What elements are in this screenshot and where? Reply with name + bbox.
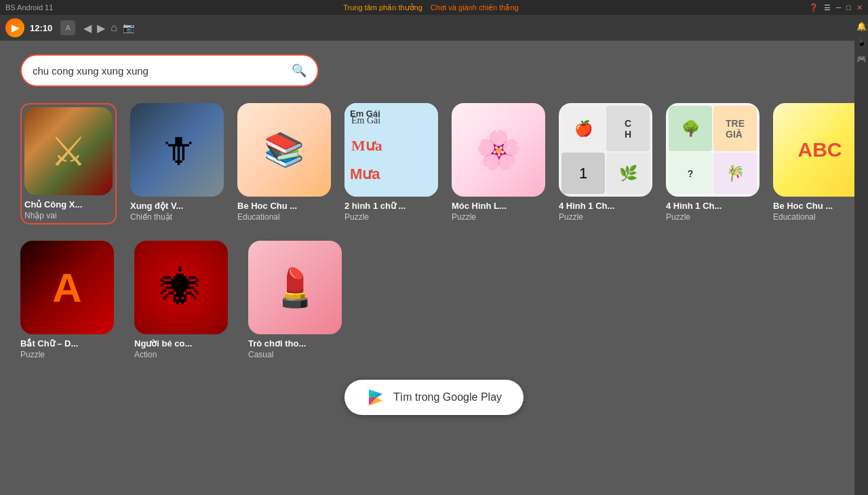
app-name-bat-chu: Bắt Chữ – D... (20, 338, 78, 349)
close-icon[interactable]: ✕ (856, 3, 863, 12)
app-item-moc-hinh[interactable]: Móc Hình L... Puzzle (452, 103, 545, 222)
menu-icon[interactable]: ☰ (824, 3, 831, 12)
app-icon-tro-choi (248, 241, 342, 334)
app-icon-moc-hinh (452, 103, 545, 197)
em-gai-bottom-text: Mưa (350, 165, 380, 183)
google-play-button[interactable]: Tìm trong Google Play (344, 380, 524, 415)
google-play-label: Tìm trong Google Play (393, 391, 502, 403)
app-name-nguoi-be: Người bé co... (134, 338, 192, 349)
google-play-logo-icon (366, 388, 385, 407)
system-bar: BS Android 11 Trung tâm phần thưởng Chơi… (0, 0, 868, 15)
panel-icon-4[interactable]: 🎮 (856, 54, 867, 65)
app-name-tro-choi: Trò chơi tho... (248, 338, 306, 349)
system-bar-right: ❓ ☰ ─ □ ✕ (809, 3, 863, 12)
app-item-nguoi-be[interactable]: Người bé co... Action (134, 241, 235, 359)
app-grid: Chủ Công X... Nhập vai Xung đột V... Chi… (20, 103, 848, 359)
app-category-chu-cong: Nhập vai (24, 211, 57, 220)
app-icon-2hinh: Em Gái Mưa (344, 103, 438, 197)
app-category-moc-hinh: Puzzle (452, 212, 476, 222)
app-name-moc-hinh: Móc Hình L... (452, 201, 507, 211)
app-item-4hinh1b[interactable]: 🌳 TREGIÀ ? 🎋 4 Hình 1 Ch... Puzzle (666, 103, 760, 222)
em-gai-top-text: Em Gái (350, 108, 380, 119)
app-item-4hinh1[interactable]: 🍎 CH 1 🌿 4 Hình 1 Ch... Puzzle (559, 103, 652, 222)
right-panel: ⚙ 🔔 📱 🎮 (854, 0, 868, 495)
app-name-chu-cong: Chủ Công X... (24, 199, 82, 210)
app-item-be-hoc-chu-2[interactable]: Be Hoc Chu ... Educational (773, 103, 867, 222)
forward-icon[interactable]: ▶ (97, 22, 105, 35)
back-icon[interactable]: ◀ (83, 22, 92, 35)
app-name-2hinh: 2 hình 1 chữ ... (344, 201, 406, 211)
app-item-be-hoc-chu-1[interactable]: 📚 Be Hoc Chu ... Educational (237, 103, 331, 222)
search-container: 🔍 (20, 54, 848, 87)
app-name-xung-dot: Xung đột V... (130, 201, 183, 211)
app-name-be-hoc-chu-1: Be Hoc Chu ... (237, 201, 297, 211)
minimize-icon[interactable]: ─ (836, 3, 842, 12)
search-input[interactable] (33, 65, 286, 77)
app-icon-xung-dot (130, 103, 224, 197)
app-category-xung-dot: Chiến thuật (130, 212, 172, 222)
app-item-xung-dot[interactable]: Xung đột V... Chiến thuật (130, 103, 224, 222)
app-category-4hinh1: Puzzle (559, 212, 583, 222)
app-icon-4hinh1: 🍎 CH 1 🌿 (559, 103, 652, 197)
app-icon-chu-cong (24, 107, 113, 195)
app-icon-be-hoc-chu-2 (773, 103, 867, 197)
app-category-be-hoc-chu-2: Educational (773, 212, 816, 222)
app-name-label: BS Android 11 (5, 3, 53, 12)
system-bar-center: Trung tâm phần thưởng Chơi và giành chiế… (343, 3, 518, 12)
app-category-nguoi-be: Action (134, 350, 157, 359)
app-item-2hinh[interactable]: Em Gái Mưa 2 hình 1 chữ ... Puzzle (344, 103, 438, 222)
app-icon-be-hoc-chu-1: 📚 (237, 103, 331, 197)
app-icon-bat-chu (20, 241, 114, 334)
app-category-be-hoc-chu-1: Educational (237, 212, 280, 222)
app-row-2: Bắt Chữ – D... Puzzle Người bé co... Act… (20, 241, 848, 359)
reward-center-label: Trung tâm phần thưởng (343, 3, 422, 12)
app-category-bat-chu: Puzzle (20, 350, 45, 359)
app-row-1: Chủ Công X... Nhập vai Xung đột V... Chi… (20, 103, 848, 224)
app-logo: ▶ (5, 18, 24, 37)
main-content: 🔍 Chủ Công X... Nhập vai Xung đột V... C… (0, 41, 868, 495)
panel-icon-2[interactable]: 🔔 (856, 22, 867, 33)
app-item-tro-choi[interactable]: Trò chơi tho... Casual (248, 241, 349, 359)
app-name-4hinh1: 4 Hình 1 Ch... (559, 201, 614, 211)
app-category-4hinh1b: Puzzle (666, 212, 690, 222)
app-name-4hinh1b: 4 Hình 1 Ch... (666, 201, 722, 211)
play-win-label: Chơi và giành chiến thắng (431, 3, 519, 12)
time-display: 12:10 (30, 23, 52, 33)
panel-icon-3[interactable]: 📱 (856, 38, 867, 49)
screenshot-icon[interactable]: 📷 (123, 22, 134, 33)
app-icon-4hinh1b: 🌳 TREGIÀ ? 🎋 (666, 103, 760, 197)
app-name-be-hoc-chu-2: Be Hoc Chu ... (773, 201, 833, 211)
maximize-icon[interactable]: □ (846, 3, 851, 12)
home-icon[interactable]: ⌂ (111, 22, 117, 34)
app-category-2hinh: Puzzle (344, 212, 369, 222)
app-category-tro-choi: Casual (248, 350, 273, 359)
search-bar: 🔍 (20, 54, 319, 87)
google-play-section: Tìm trong Google Play (20, 380, 848, 415)
android-icon: A (60, 20, 75, 35)
search-icon[interactable]: 🔍 (292, 63, 307, 78)
app-icon-nguoi-be (134, 241, 228, 334)
system-bar-left: BS Android 11 (5, 3, 53, 12)
window-bar: ▶ 12:10 A ◀ ▶ ⌂ 📷 (0, 15, 868, 41)
app-item-chu-cong[interactable]: Chủ Công X... Nhập vai (20, 103, 117, 224)
app-item-bat-chu[interactable]: Bắt Chữ – D... Puzzle (20, 241, 121, 359)
help-icon[interactable]: ❓ (809, 3, 818, 12)
